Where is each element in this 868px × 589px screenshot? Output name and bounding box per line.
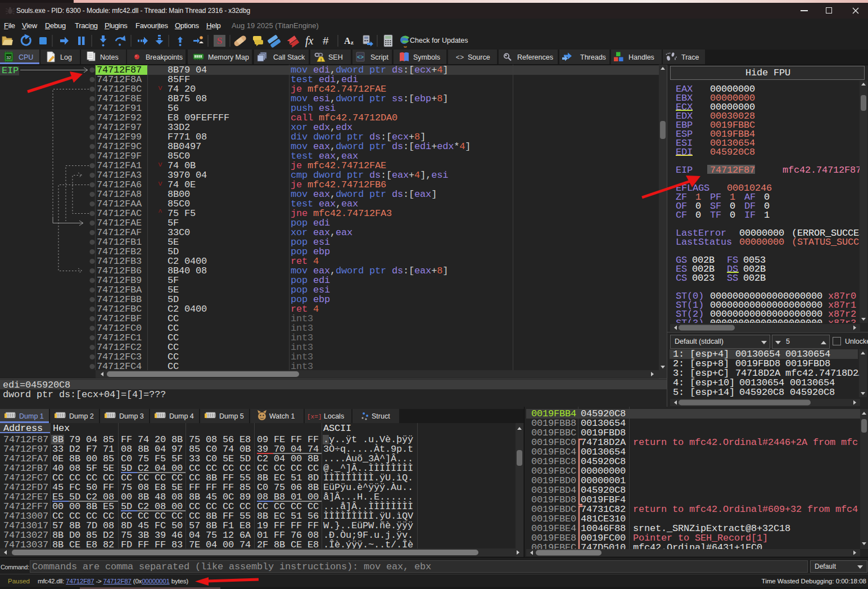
svg-text:[x=]: [x=] bbox=[307, 413, 322, 420]
